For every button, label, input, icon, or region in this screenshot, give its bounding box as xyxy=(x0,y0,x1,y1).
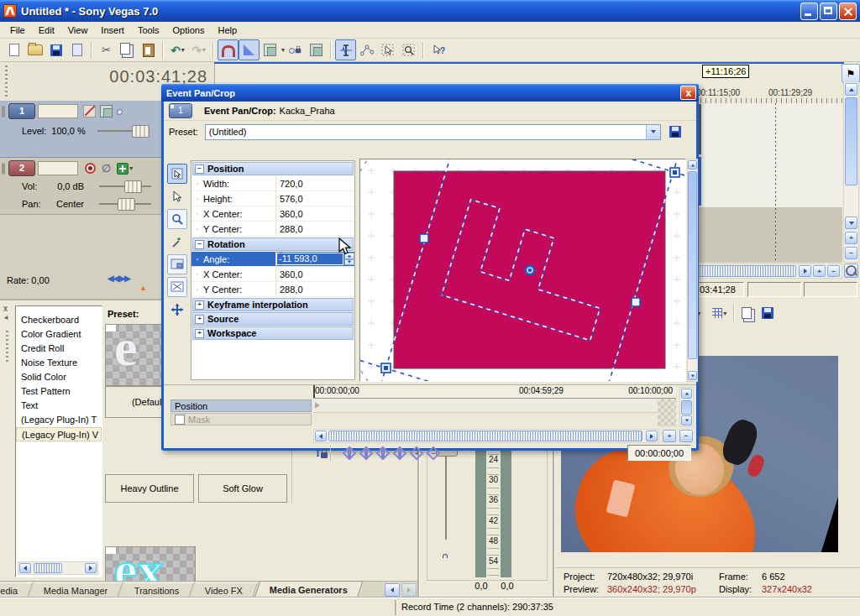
overlay-grid-icon[interactable] xyxy=(712,308,722,318)
minimize-button[interactable] xyxy=(800,3,818,20)
marker-tool-button[interactable]: ⚑ xyxy=(842,64,860,83)
zoom-out-button[interactable]: − xyxy=(827,265,840,277)
collapse-icon[interactable]: − xyxy=(195,240,204,249)
list-item[interactable]: Credit Roll xyxy=(16,342,102,356)
automation-settings-icon[interactable] xyxy=(117,107,123,117)
tab-scroll-left-button[interactable] xyxy=(385,583,400,597)
magic-select-tool[interactable] xyxy=(167,232,187,252)
automatic-crossfades-button[interactable] xyxy=(239,39,260,60)
menu-insert[interactable]: Insert xyxy=(94,23,131,37)
canvas-vscrollbar[interactable] xyxy=(687,159,698,382)
vol-slider-handle[interactable] xyxy=(124,180,142,193)
selection-edit-tool-button[interactable] xyxy=(377,39,398,60)
tab-media-generators[interactable]: Media Generators xyxy=(254,581,364,598)
insert-effect-icon[interactable] xyxy=(117,163,128,175)
list-item[interactable]: Checkerboard xyxy=(16,313,102,327)
close-button[interactable] xyxy=(839,3,857,20)
kf-hscrollbar[interactable] xyxy=(313,429,659,443)
scroll-up-button[interactable] xyxy=(845,83,857,96)
prop-row-angle-selected[interactable]: ◦Angle: -11 593,0 xyxy=(191,252,354,267)
track-grip[interactable] xyxy=(2,164,5,174)
track-number-badge[interactable]: 2 xyxy=(8,160,35,176)
kf-lane-position[interactable] xyxy=(313,399,658,413)
expand-icon[interactable]: + xyxy=(195,315,204,324)
scroll-down-button[interactable] xyxy=(845,217,857,229)
previous-keyframe-button[interactable] xyxy=(358,446,375,461)
list-hscroll-thumb[interactable] xyxy=(34,563,62,573)
first-keyframe-button[interactable] xyxy=(341,446,358,461)
menu-edit[interactable]: Edit xyxy=(32,23,61,37)
zoom-tool[interactable] xyxy=(167,209,187,229)
prop-row-xcenter[interactable]: ◦X Center:360,0 xyxy=(191,206,354,222)
section-position[interactable]: −Position xyxy=(192,162,354,175)
list-item[interactable]: Color Gradient xyxy=(16,327,102,342)
tab-scroll-right-button[interactable] xyxy=(401,583,417,597)
lock-envelopes-button[interactable] xyxy=(285,39,306,60)
pan-slider-handle[interactable] xyxy=(118,198,135,211)
pan-slider[interactable] xyxy=(99,203,151,205)
insert-keyframe-button[interactable]: + xyxy=(408,446,425,461)
maximize-button[interactable] xyxy=(820,3,837,20)
bypass-motion-blur-icon[interactable] xyxy=(83,105,96,117)
copy-snapshot-icon[interactable] xyxy=(742,307,752,319)
timeline-vscrollbar[interactable]: + − xyxy=(843,81,859,263)
rate-scrub-control[interactable]: ◀◀▶▶ xyxy=(108,274,130,283)
dock-grip[interactable] xyxy=(6,331,8,364)
tab-transitions[interactable]: Transitions xyxy=(120,582,195,598)
kf-hscroll-thumb[interactable] xyxy=(328,431,642,441)
kf-zoom-in-button[interactable]: + xyxy=(663,430,676,442)
audio-track-lane[interactable] xyxy=(695,155,842,208)
level-slider-handle[interactable] xyxy=(132,125,149,138)
kf-zoom-out-button[interactable]: − xyxy=(679,430,693,442)
normal-edit-tool-button[interactable] xyxy=(335,39,356,60)
kf-vscroll-thumb[interactable] xyxy=(681,400,692,415)
pin-pane-icon[interactable]: ◄ xyxy=(3,314,9,321)
mute-icon[interactable]: ∅ xyxy=(102,162,111,175)
envelope-edit-tool-button[interactable] xyxy=(356,39,377,60)
auto-ripple-button[interactable] xyxy=(260,39,281,60)
expand-icon[interactable]: + xyxy=(195,300,204,310)
open-button[interactable] xyxy=(24,39,45,60)
list-hscrollbar[interactable] xyxy=(18,561,98,575)
timeline-hscrollbar[interactable]: + − xyxy=(695,264,842,279)
list-item-selected[interactable]: (Legacy Plug-In) V xyxy=(16,427,102,441)
preset-combobox[interactable]: (Untitled) xyxy=(205,124,661,140)
zoom-edit-tool-button[interactable] xyxy=(398,39,419,60)
dialog-close-button[interactable]: x xyxy=(680,86,696,100)
combo-dropdown-icon[interactable] xyxy=(646,125,660,139)
undo-button[interactable]: ↶▾ xyxy=(167,39,188,60)
track-number-badge[interactable]: 1 xyxy=(8,103,35,119)
track-name-field[interactable] xyxy=(38,104,78,118)
arm-record-icon[interactable] xyxy=(85,163,96,174)
zoom-tool-button[interactable] xyxy=(844,264,858,278)
menu-file[interactable]: File xyxy=(3,23,32,37)
redo-button[interactable]: ↷▾ xyxy=(188,39,209,60)
angle-edit-field[interactable]: -11 593,0 xyxy=(276,253,343,265)
kf-ruler[interactable]: 00:00:00;00 00:04:59;29 00:10:00;00 xyxy=(313,385,676,399)
mask-checkbox[interactable] xyxy=(175,415,185,425)
scroll-right-button[interactable] xyxy=(799,265,811,277)
menu-help[interactable]: Help xyxy=(211,23,244,37)
track-name-field[interactable] xyxy=(38,161,78,175)
kf-track-mask[interactable]: Mask xyxy=(170,413,312,425)
tab-video-fx[interactable]: Video FX xyxy=(191,582,258,598)
zoom-in-button[interactable]: + xyxy=(813,265,826,277)
prop-row-rot-ycenter[interactable]: ◦Y Center:288,0 xyxy=(191,282,354,297)
timeline-ruler[interactable]: 00:11:15;00 00:11:29;29 xyxy=(695,87,842,104)
menu-options[interactable]: Options xyxy=(166,23,212,37)
zoom-out-v-button[interactable]: − xyxy=(845,247,857,259)
last-keyframe-button[interactable] xyxy=(391,446,408,461)
next-keyframe-button[interactable] xyxy=(375,446,391,461)
list-item[interactable]: Text xyxy=(16,399,102,413)
section-workspace[interactable]: +Workspace xyxy=(192,326,354,340)
close-pane-icon[interactable]: x xyxy=(3,304,8,313)
cut-button[interactable]: ✂ xyxy=(96,39,117,60)
tab-project-media[interactable]: Project Media xyxy=(0,582,33,598)
list-item[interactable]: (Legacy Plug-In) T xyxy=(16,413,102,427)
canvas-vscroll-thumb[interactable] xyxy=(688,171,697,359)
whats-this-help-button[interactable]: ? xyxy=(427,39,448,60)
hscroll-thumb[interactable] xyxy=(697,265,796,277)
pan-crop-canvas[interactable] xyxy=(359,159,686,382)
list-item[interactable]: Noise Texture xyxy=(16,356,102,370)
section-source[interactable]: +Source xyxy=(192,312,354,326)
